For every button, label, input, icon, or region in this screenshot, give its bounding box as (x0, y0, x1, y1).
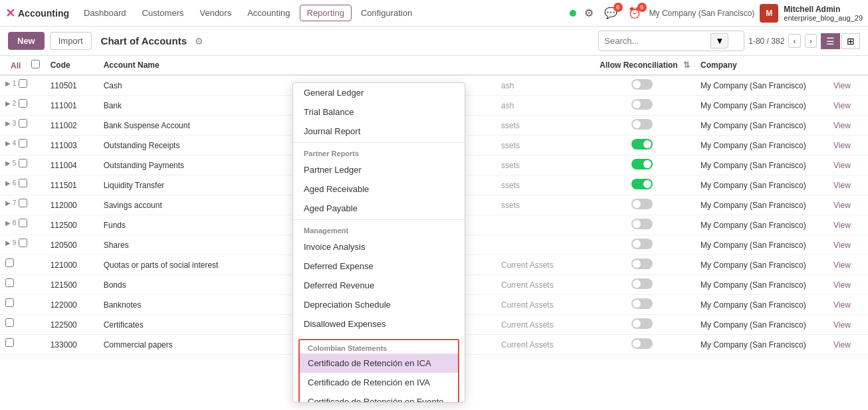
settings-gear-icon[interactable]: ⚙ (195, 36, 203, 47)
dropdown-item-cert-fuente[interactable]: Certificado de Retención en Fuente (300, 392, 458, 402)
row-checkbox[interactable] (19, 99, 27, 108)
row-reconciliation[interactable] (589, 195, 695, 215)
toggle-track[interactable] (631, 159, 653, 169)
row-checkbox[interactable] (19, 139, 27, 148)
toggle-track[interactable] (631, 79, 653, 90)
view-link[interactable]: View (833, 260, 851, 270)
row-view[interactable]: View (828, 315, 868, 335)
row-view[interactable]: View (828, 136, 868, 155)
toggle-track[interactable] (631, 258, 653, 269)
view-link[interactable]: View (833, 241, 851, 250)
row-expand[interactable]: ▶ 8 (0, 215, 45, 231)
toggle-track[interactable] (631, 119, 653, 130)
select-all-checkbox[interactable] (31, 60, 40, 68)
row-checkbox[interactable] (5, 298, 14, 307)
pagination-prev-button[interactable]: ‹ (788, 34, 800, 48)
view-list-button[interactable]: ☰ (821, 33, 840, 49)
dropdown-item-deferred-expense[interactable]: Deferred Expense (293, 256, 465, 276)
toggle-track[interactable] (631, 278, 653, 289)
row-toggle[interactable]: ▶ 7 (5, 199, 16, 207)
row-checkbox[interactable] (19, 239, 27, 247)
view-link[interactable]: View (833, 181, 851, 190)
row-checkbox[interactable] (19, 79, 27, 88)
row-checkbox[interactable] (19, 219, 27, 227)
nav-dashboard[interactable]: Dashboard (77, 5, 133, 21)
row-expand[interactable]: ▶ 4 (0, 136, 45, 151)
row-view[interactable]: View (828, 155, 868, 175)
activity-icon-btn[interactable]: ⏰9 (625, 5, 644, 21)
row-checkbox[interactable] (5, 338, 14, 347)
filter-icon[interactable]: ⇅ (683, 60, 690, 70)
row-expand[interactable]: ▶ 9 (0, 235, 45, 251)
row-reconciliation[interactable] (589, 175, 695, 195)
row-view[interactable]: View (828, 75, 868, 96)
nav-vendors[interactable]: Vendors (193, 5, 238, 21)
col-header-company[interactable]: Company (695, 56, 828, 75)
toggle-track[interactable] (631, 179, 653, 189)
row-checkbox[interactable] (5, 318, 14, 327)
dropdown-item-deferred-revenue[interactable]: Deferred Revenue (293, 276, 465, 295)
row-reconciliation[interactable] (589, 335, 695, 355)
view-link[interactable]: View (833, 81, 851, 90)
row-reconciliation[interactable] (589, 215, 695, 235)
dropdown-item-trial-balance[interactable]: Trial Balance (293, 102, 465, 122)
row-view[interactable]: View (828, 255, 868, 275)
view-link[interactable]: View (833, 101, 851, 110)
col-header-all[interactable]: All (0, 56, 45, 75)
row-expand[interactable] (0, 275, 45, 290)
reporting-dropdown-menu[interactable]: General Ledger Trial Balance Journal Rep… (292, 82, 465, 403)
row-reconciliation[interactable] (589, 136, 695, 155)
view-link[interactable]: View (833, 121, 851, 130)
view-link[interactable]: View (833, 161, 851, 170)
row-view[interactable]: View (828, 215, 868, 235)
row-view[interactable]: View (828, 195, 868, 215)
row-toggle[interactable]: ▶ 3 (5, 120, 16, 127)
select-all[interactable]: All (5, 58, 26, 73)
dropdown-item-cert-ica[interactable]: Certificado de Retención en ICA (300, 354, 458, 373)
view-link[interactable]: View (833, 221, 851, 230)
dropdown-item-aged-receivable[interactable]: Aged Receivable (293, 179, 465, 199)
search-input[interactable] (604, 36, 710, 46)
toggle-track[interactable] (631, 318, 653, 329)
toggle-track[interactable] (631, 219, 653, 229)
row-checkbox[interactable] (5, 258, 14, 267)
toggle-track[interactable] (631, 99, 653, 110)
row-expand[interactable]: ▶ 3 (0, 116, 45, 131)
user-avatar[interactable]: M (760, 4, 778, 23)
row-expand[interactable]: ▶ 6 (0, 175, 45, 191)
import-button[interactable]: Import (50, 32, 92, 50)
row-expand[interactable]: ▶ 2 (0, 96, 45, 111)
row-toggle[interactable]: ▶ 2 (5, 100, 16, 107)
view-link[interactable]: View (833, 280, 851, 290)
row-reconciliation[interactable] (589, 96, 695, 116)
row-toggle[interactable]: ▶ 8 (5, 219, 16, 227)
row-checkbox[interactable] (19, 159, 27, 167)
view-link[interactable]: View (833, 141, 851, 150)
row-checkbox[interactable] (5, 278, 14, 287)
toggle-track[interactable] (631, 338, 653, 349)
row-reconciliation[interactable] (589, 75, 695, 96)
col-header-reconcile[interactable]: Allow Reconciliation ⇅ (589, 56, 695, 75)
settings-icon-btn[interactable]: ⚙ (582, 5, 596, 21)
row-reconciliation[interactable] (589, 116, 695, 136)
view-link[interactable]: View (833, 340, 851, 350)
toggle-track[interactable] (631, 139, 653, 150)
dropdown-scroll[interactable]: General Ledger Trial Balance Journal Rep… (293, 83, 465, 402)
row-toggle[interactable]: ▶ 4 (5, 140, 16, 147)
row-view[interactable]: View (828, 96, 868, 116)
row-reconciliation[interactable] (589, 315, 695, 335)
nav-accounting[interactable]: Accounting (241, 5, 296, 21)
dropdown-item-disallowed-expenses[interactable]: Disallowed Expenses (293, 314, 465, 334)
nav-reporting[interactable]: Reporting (300, 5, 352, 21)
col-header-name[interactable]: Account Name (98, 56, 496, 75)
new-button[interactable]: New (8, 32, 45, 50)
view-link[interactable]: View (833, 300, 851, 310)
row-toggle[interactable]: ▶ 9 (5, 239, 16, 247)
row-reconciliation[interactable] (589, 275, 695, 295)
toggle-track[interactable] (631, 239, 653, 249)
row-view[interactable]: View (828, 275, 868, 295)
search-dropdown-button[interactable]: ▼ (710, 33, 728, 49)
view-link[interactable]: View (833, 320, 851, 330)
row-reconciliation[interactable] (589, 295, 695, 315)
row-expand[interactable] (0, 315, 45, 330)
